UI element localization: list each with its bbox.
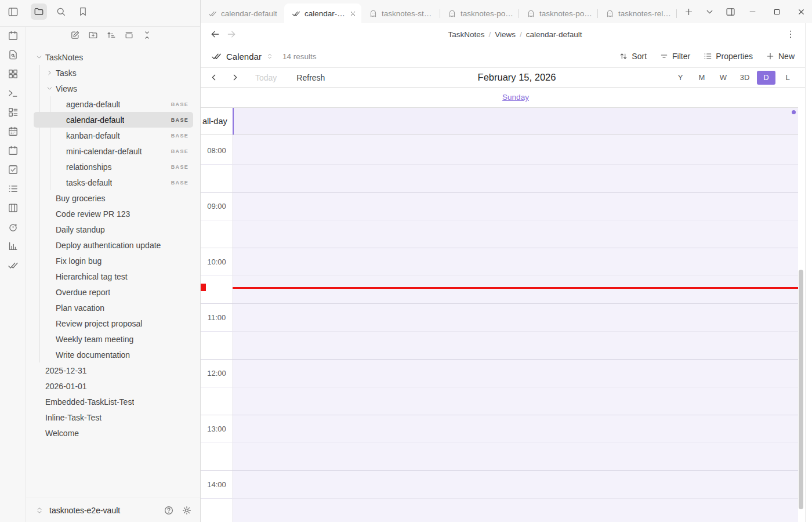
terminal-ribbon-icon[interactable]	[8, 88, 19, 99]
tree-file-fix-login-bug[interactable]: Fix login bug	[34, 253, 193, 269]
bookmark-icon	[78, 6, 88, 17]
bar-chart-ribbon-icon[interactable]	[8, 241, 19, 252]
tab-tasknotes-po-[interactable]: tasknotes-po…	[440, 3, 519, 23]
breadcrumb-item[interactable]: calendar-default	[526, 30, 582, 39]
divider	[0, 26, 200, 27]
tree-file-tasks-default[interactable]: tasks-defaultBASE	[34, 175, 193, 190]
time-grid-slots[interactable]	[233, 135, 798, 522]
layout-list-ribbon-icon[interactable]	[8, 107, 19, 118]
sort-order-button[interactable]	[106, 30, 116, 40]
vertical-scrollbar-thumb[interactable]	[799, 270, 803, 509]
tree-folder-tasks[interactable]: Tasks	[34, 65, 193, 81]
tree-file-write-documentation[interactable]: Write documentation	[34, 347, 193, 362]
calendar-ribbon-icon[interactable]	[8, 30, 19, 41]
tree-file-daily-standup[interactable]: Daily standup	[34, 222, 193, 237]
tree-file-mini-calendar-default[interactable]: mini-calendar-defaultBASE	[34, 143, 193, 159]
tree-file-agenda-default[interactable]: agenda-defaultBASE	[34, 96, 193, 112]
tree-file-relationships[interactable]: relationshipsBASE	[34, 159, 193, 175]
collapse-all-button[interactable]	[142, 30, 152, 40]
timer-ribbon-icon[interactable]	[8, 222, 19, 233]
tree-file-2025-12-31[interactable]: 2025-12-31	[34, 362, 193, 378]
tree-file-deploy-authentication-update[interactable]: Deploy authentication update	[34, 237, 193, 253]
breadcrumb-item[interactable]: TaskNotes	[448, 30, 484, 39]
forward-button[interactable]	[226, 29, 237, 39]
panel-left-toggle[interactable]	[8, 6, 19, 17]
minimize-window-button[interactable]	[748, 8, 757, 16]
tree-file-embedded-tasklist-test[interactable]: Embedded-TaskList-Test	[34, 394, 193, 409]
allday-slot[interactable]	[233, 108, 798, 135]
tab-calendar-default[interactable]: calendar-default	[201, 3, 284, 23]
tab-calendar-d-[interactable]: calendar-d…	[284, 3, 361, 23]
back-button[interactable]	[210, 29, 220, 39]
chevron-down-icon[interactable]	[46, 85, 56, 92]
tree-file-2026-01-01[interactable]: 2026-01-01	[34, 378, 193, 394]
help-button[interactable]	[164, 505, 174, 516]
new-button[interactable]: New	[766, 52, 795, 61]
reveal-file-button[interactable]	[124, 30, 134, 40]
view-button-d[interactable]: D	[757, 71, 775, 85]
chevron-down-icon[interactable]	[35, 53, 45, 61]
calendar-days-ribbon-icon[interactable]	[8, 126, 19, 137]
refresh-button[interactable]: Refresh	[296, 73, 325, 82]
tab-close-icon[interactable]	[349, 10, 357, 17]
more-options-button[interactable]	[785, 29, 796, 39]
layout-grid-ribbon-icon[interactable]	[8, 68, 19, 79]
calendar-alt-ribbon-icon[interactable]	[8, 145, 19, 156]
new-note-button[interactable]	[70, 30, 80, 40]
settings-button[interactable]	[182, 505, 192, 516]
tree-file-buy-groceries[interactable]: Buy groceries	[34, 190, 193, 206]
list-ribbon-icon[interactable]	[8, 183, 19, 194]
breadcrumb-item[interactable]: Views	[495, 30, 516, 39]
tree-file-review-project-proposal[interactable]: Review project proposal	[34, 316, 193, 331]
close-window-button[interactable]	[797, 8, 806, 16]
properties-button[interactable]: Properties	[703, 52, 753, 61]
tree-file-hierarchical-tag-test[interactable]: Hierarchical tag test	[34, 269, 193, 284]
tree-file-overdue-report[interactable]: Overdue report	[34, 284, 193, 300]
tab-list-button[interactable]	[705, 7, 715, 17]
folder-nav-button[interactable]	[31, 3, 47, 20]
sort-arrows-icon	[619, 52, 628, 61]
columns-ribbon-icon[interactable]	[8, 202, 19, 213]
sort-button[interactable]: Sort	[619, 52, 647, 61]
maximize-window-button[interactable]	[773, 8, 781, 16]
view-button-l[interactable]: L	[778, 71, 797, 85]
tasknotes-ribbon-icon[interactable]	[8, 260, 19, 271]
tree-file-calendar-default[interactable]: calendar-defaultBASE	[34, 112, 193, 128]
view-button-w[interactable]: W	[714, 71, 733, 85]
base-badge: BASE	[171, 164, 193, 170]
tree-file-welcome[interactable]: Welcome	[34, 425, 193, 441]
tree-folder-tasknotes[interactable]: TaskNotes	[34, 49, 193, 65]
allday-event-dot[interactable]	[792, 110, 796, 114]
vault-switcher[interactable]	[35, 506, 44, 514]
new-folder-button[interactable]	[88, 30, 98, 40]
bookmark-nav-button[interactable]	[75, 3, 91, 20]
vault-name[interactable]: tasknotes-e2e-vault	[49, 506, 120, 515]
prev-day-button[interactable]	[209, 72, 219, 82]
hour-label: 09:00	[201, 198, 233, 214]
right-sidebar-toggle[interactable]	[726, 7, 735, 17]
tab-tasknotes-stat-[interactable]: tasknotes-stat…	[361, 3, 440, 23]
time-grid: 08:0009:0010:0011:0012:0013:0014:00	[201, 135, 798, 522]
tree-file-inline-task-test[interactable]: Inline-Task-Test	[34, 409, 193, 425]
check-square-ribbon-icon[interactable]	[8, 164, 19, 175]
day-header-link[interactable]: Sunday	[502, 93, 529, 102]
new-tab-button[interactable]	[684, 7, 694, 17]
view-selector[interactable]: Calendar	[211, 51, 273, 61]
search-nav-button[interactable]	[53, 3, 69, 20]
tree-folder-views[interactable]: Views	[34, 81, 193, 96]
tab-tasknotes-rele-[interactable]: tasknotes-rele…	[598, 3, 676, 23]
tree-file-code-review-pr-123[interactable]: Code review PR 123	[34, 206, 193, 222]
next-day-button[interactable]	[230, 72, 240, 82]
tree-file-plan-vacation[interactable]: Plan vacation	[34, 300, 193, 316]
filter-button[interactable]: Filter	[659, 52, 690, 61]
tree-file-kanban-default[interactable]: kanban-defaultBASE	[34, 128, 193, 143]
tab-tasknotes-po-[interactable]: tasknotes-po…	[519, 3, 597, 23]
file-search-ribbon-icon[interactable]	[8, 49, 19, 60]
tree-file-weekly-team-meeting[interactable]: Weekly team meeting	[34, 331, 193, 347]
view-button-3d[interactable]: 3D	[735, 71, 754, 85]
view-button-m[interactable]: M	[693, 71, 711, 85]
today-button[interactable]: Today	[255, 73, 277, 82]
main-pane: TaskNotes/Views/calendar-default Calenda…	[201, 23, 806, 522]
chevron-right-icon[interactable]	[46, 69, 56, 77]
view-button-y[interactable]: Y	[671, 71, 690, 85]
